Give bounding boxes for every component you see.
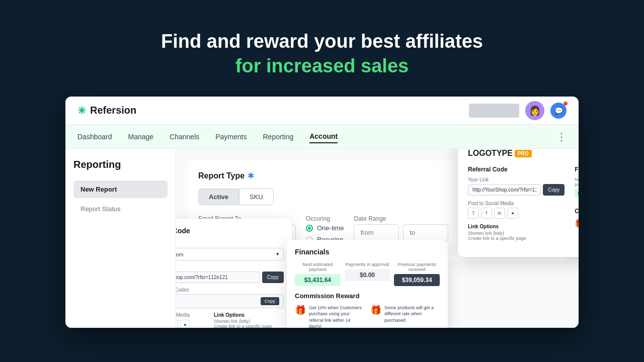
tab-sku[interactable]: SKU: [239, 189, 274, 205]
logo-area: ✳ Refersion: [77, 105, 469, 117]
lt-social-label: Post to Social Media: [468, 201, 565, 206]
fin-value-0: $3,431.64: [295, 274, 341, 286]
notification-dot: [564, 102, 568, 106]
float-card-financials-title: Financials: [295, 248, 440, 256]
pro-badge: PRO: [515, 150, 532, 157]
lt-fin-val-0: $2,142.03: [575, 189, 579, 199]
commission-row: 🎁 Get 10% when Customers purchase using …: [295, 305, 440, 328]
search-bar[interactable]: [469, 104, 519, 118]
fc-shop-value: merchant.com: [176, 251, 184, 257]
logo-icon: ✳: [77, 105, 86, 117]
logotype-left: Referral Code Your Link Copy Post to Soc…: [468, 166, 565, 247]
nav-account[interactable]: Account: [309, 130, 338, 143]
fc-select-label: Select Shop: [176, 241, 284, 246]
radio-one-time-label: One-time: [317, 224, 344, 232]
content-area: Reporting New Report Report Status Repor…: [65, 149, 579, 328]
app-window: ✳ Refersion 👩 💬 Dashboard Manage Channel…: [65, 97, 579, 328]
logotype-header: LOGOTYPE PRO: [468, 149, 579, 158]
date-range-label: Date Range: [354, 215, 448, 222]
fin-item-2: Previous payments received $39,059.34: [394, 262, 440, 286]
logo-text: Refersion: [90, 105, 136, 116]
lt-fin-label-0: Next estimated payment: [575, 177, 579, 187]
fc-coupon-field: Copy: [176, 294, 284, 308]
lt-social-row: 𝕋 f in ●: [468, 208, 565, 219]
social-icons: 𝕋 f in ●: [176, 320, 214, 328]
occurring-field-group: Occuring One-time Recuring: [306, 215, 344, 243]
page-title: Reporting: [73, 159, 168, 170]
lt-comm-item-0: 🎁 Get 10% when Customers purchase using …: [575, 219, 579, 247]
gift-icon-1: 🎁: [370, 305, 381, 316]
lt-link-options-title: Link Options: [468, 224, 565, 229]
nav-channels[interactable]: Channels: [170, 131, 199, 143]
date-inputs: [354, 224, 448, 241]
nav-manage[interactable]: Manage: [128, 131, 154, 143]
radio-one-time[interactable]: One-time: [306, 224, 344, 232]
commission-text-0: Get 10% when Customers purchase using yo…: [309, 305, 364, 328]
financials-row: Next estimated payment $3,431.64 Payment…: [295, 262, 440, 286]
lt-social-instagram[interactable]: ●: [507, 208, 518, 219]
nav-more-icon[interactable]: ⋮: [556, 131, 567, 143]
main-nav: Dashboard Manage Channels Payments Repor…: [65, 125, 579, 149]
hero-section: Find and reward your best affiliates for…: [0, 0, 644, 77]
fc-shop-select[interactable]: merchant.com ▾: [176, 248, 284, 260]
nav-payments[interactable]: Payments: [215, 131, 247, 143]
nav-dashboard[interactable]: Dashboard: [77, 131, 112, 143]
lt-link-options: Link Options Shorten link (bitly) Create…: [468, 224, 565, 241]
social-linkedin-icon[interactable]: in: [176, 320, 178, 328]
fc-copy-button[interactable]: Copy: [262, 272, 284, 283]
radio-dot-one-time: [306, 225, 313, 232]
commission-item-0: 🎁 Get 10% when Customers purchase using …: [295, 305, 364, 328]
occurring-label: Occuring: [306, 215, 344, 222]
sidebar-item-report-status[interactable]: Report Status: [73, 200, 168, 218]
logotype-name: LOGOTYPE: [468, 149, 513, 158]
fin-label-2: Previous payments received: [394, 262, 440, 272]
fin-value-2: $39,059.34: [394, 274, 440, 286]
float-card-financials: Financials Next estimated payment $3,431…: [287, 240, 448, 328]
fin-value-1: $0.00: [345, 269, 390, 281]
lt-social-twitter[interactable]: 𝕋: [468, 208, 479, 219]
sidebar: Reporting New Report Report Status: [65, 149, 176, 328]
lt-copy-button[interactable]: Copy: [543, 184, 565, 196]
date-range-group: Date Range: [354, 215, 448, 241]
avatar[interactable]: 👩: [525, 101, 544, 120]
topbar-right: 👩 💬: [469, 101, 567, 120]
lt-referral-title: Referral Code: [468, 166, 565, 173]
required-star: ✱: [248, 171, 254, 180]
lt-comm-row: 🎁 Get 10% when Customers purchase using …: [575, 219, 579, 247]
hero-title: Find and reward your best affiliates: [0, 30, 644, 53]
lt-social-facebook[interactable]: f: [481, 208, 492, 219]
date-from-input[interactable]: [354, 224, 399, 241]
date-to-input[interactable]: [403, 224, 448, 241]
lt-comm-title: Commission Reward: [575, 208, 579, 215]
fin-item-1: Payments in approval $0.00: [345, 262, 390, 286]
lt-link-label: Your Link: [468, 177, 565, 183]
commission-item-1: 🎁 Some products will get a different rat…: [370, 305, 440, 328]
logotype-right: Financials Next estimated payment $2,142…: [575, 166, 579, 247]
commission-title: Commission Reward: [295, 292, 440, 300]
fc-social-col: Post to Social Media 𝕋 f in ●: [176, 312, 214, 328]
sidebar-item-new-report[interactable]: New Report: [73, 180, 168, 198]
lt-gift-icon-0: 🎁: [575, 219, 579, 228]
fc-coupon-label: Your Coupon Codes: [176, 287, 284, 293]
lt-link-short: Shorten link (bitly): [468, 231, 565, 236]
fc-social-label: Post to Social Media: [176, 312, 214, 318]
social-instagram-icon[interactable]: ●: [180, 320, 190, 328]
nav-reporting[interactable]: Reporting: [263, 131, 294, 143]
fc-coupon-copy-button[interactable]: Copy: [261, 297, 279, 305]
tab-active[interactable]: Active: [198, 189, 239, 205]
lt-link-row: Copy: [468, 184, 565, 196]
float-card-referral-title: Referral Code: [176, 227, 284, 235]
report-type-label: Report Type: [198, 171, 245, 180]
link-options-title: Link Options: [214, 312, 284, 318]
topbar: ✳ Refersion 👩 💬: [65, 97, 579, 125]
fin-item-0: Next estimated payment $3,431.64: [295, 262, 341, 286]
fc-social-link-row: Post to Social Media 𝕋 f in ● Link Optio…: [176, 312, 284, 328]
hero-subtitle: for increased sales: [0, 55, 644, 77]
float-card-referral: Referral Code Select Shop merchant.com ▾…: [176, 219, 292, 328]
logotype-cols: Referral Code Your Link Copy Post to Soc…: [468, 166, 579, 247]
lt-link-long: Create link to a specific page: [468, 236, 565, 241]
notification-button[interactable]: 💬: [550, 103, 567, 119]
lt-link-input[interactable]: [468, 184, 541, 196]
lt-social-linkedin[interactable]: in: [494, 208, 505, 219]
fc-link-input[interactable]: [176, 272, 260, 283]
